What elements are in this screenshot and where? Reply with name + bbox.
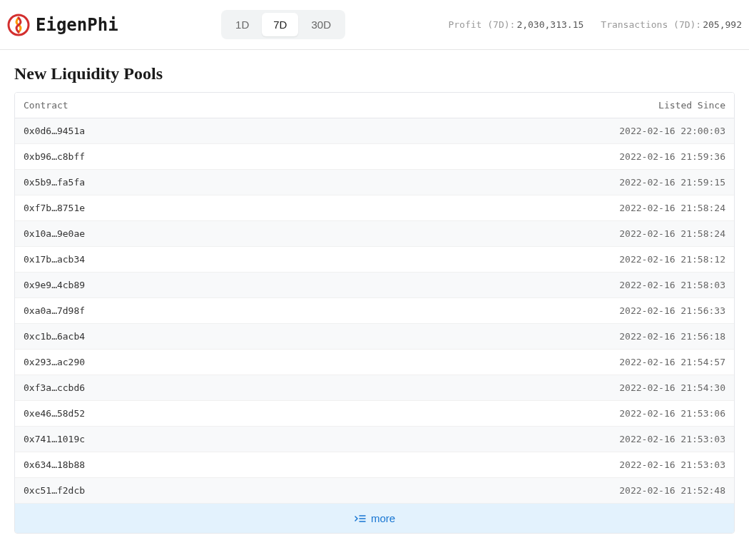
main-content: New Liquidity Pools Contract Listed Sinc…	[0, 50, 749, 548]
listed-since: 2022-02-16 21:53:03	[619, 434, 725, 444]
listed-since: 2022-02-16 21:56:18	[619, 331, 725, 342]
listed-since: 2022-02-16 21:52:48	[619, 485, 725, 496]
profit-value: 2,030,313.15	[516, 19, 584, 30]
more-button[interactable]: more	[15, 504, 734, 533]
table-header: Contract Listed Since	[15, 93, 734, 118]
transactions-label: Transactions (7D):	[601, 19, 701, 30]
table-row[interactable]: 0x9e9…4cb892022-02-16 21:58:03	[15, 273, 734, 298]
table-body: 0x0d6…9451a2022-02-16 22:00:030xb96…c8bf…	[15, 118, 734, 504]
listed-since: 2022-02-16 21:53:06	[619, 408, 725, 419]
column-contract: Contract	[24, 100, 68, 111]
time-range-tabs: 1D 7D 30D	[221, 10, 345, 39]
contract-address: 0x10a…9e0ae	[24, 228, 85, 239]
section-title: New Liquidity Pools	[14, 64, 735, 83]
transactions-stat: Transactions (7D): 205,992	[601, 19, 742, 30]
header: EigenPhi 1D 7D 30D Profit (7D): 2,030,31…	[0, 0, 749, 50]
contract-address: 0xb96…c8bff	[24, 151, 85, 162]
contract-address: 0xf3a…ccbd6	[24, 382, 85, 393]
listed-since: 2022-02-16 21:56:33	[619, 305, 725, 316]
contract-address: 0x0d6…9451a	[24, 126, 85, 136]
tab-1d[interactable]: 1D	[224, 13, 260, 36]
contract-address: 0x741…1019c	[24, 434, 85, 444]
table-row[interactable]: 0xa0a…7d98f2022-02-16 21:56:33	[15, 298, 734, 324]
more-label: more	[371, 512, 395, 524]
listed-since: 2022-02-16 21:58:24	[619, 203, 725, 213]
listed-since: 2022-02-16 21:53:03	[619, 459, 725, 470]
contract-address: 0xe46…58d52	[24, 408, 85, 419]
table-row[interactable]: 0xb96…c8bff2022-02-16 21:59:36	[15, 144, 734, 170]
listed-since: 2022-02-16 22:00:03	[619, 126, 725, 136]
contract-address: 0x9e9…4cb89	[24, 280, 85, 290]
listed-since: 2022-02-16 21:58:24	[619, 228, 725, 239]
table-row[interactable]: 0x0d6…9451a2022-02-16 22:00:03	[15, 118, 734, 144]
table-row[interactable]: 0xf7b…8751e2022-02-16 21:58:24	[15, 195, 734, 221]
listed-since: 2022-02-16 21:58:12	[619, 254, 725, 265]
contract-address: 0xc1b…6acb4	[24, 331, 85, 342]
listed-since: 2022-02-16 21:54:30	[619, 382, 725, 393]
listed-since: 2022-02-16 21:59:36	[619, 151, 725, 162]
expand-list-icon	[354, 514, 367, 524]
listed-since: 2022-02-16 21:58:03	[619, 280, 725, 290]
profit-stat: Profit (7D): 2,030,313.15	[448, 19, 584, 30]
table-row[interactable]: 0x17b…acb342022-02-16 21:58:12	[15, 247, 734, 273]
stats-section: Profit (7D): 2,030,313.15 Transactions (…	[448, 19, 742, 30]
contract-address: 0x5b9…fa5fa	[24, 177, 85, 188]
listed-since: 2022-02-16 21:54:57	[619, 357, 725, 367]
pools-table: Contract Listed Since 0x0d6…9451a2022-02…	[14, 92, 735, 534]
contract-address: 0xa0a…7d98f	[24, 305, 85, 316]
transactions-value: 205,992	[703, 19, 742, 30]
contract-address: 0x634…18b88	[24, 459, 85, 470]
table-row[interactable]: 0x10a…9e0ae2022-02-16 21:58:24	[15, 221, 734, 247]
table-row[interactable]: 0xc51…f2dcb2022-02-16 21:52:48	[15, 478, 734, 504]
logo-text: EigenPhi	[36, 15, 118, 35]
table-row[interactable]: 0xc1b…6acb42022-02-16 21:56:18	[15, 324, 734, 350]
table-row[interactable]: 0x5b9…fa5fa2022-02-16 21:59:15	[15, 170, 734, 195]
tab-7d[interactable]: 7D	[262, 13, 298, 36]
contract-address: 0x17b…acb34	[24, 254, 85, 265]
contract-address: 0xc51…f2dcb	[24, 485, 85, 496]
logo-section[interactable]: EigenPhi	[7, 14, 118, 36]
table-row[interactable]: 0x741…1019c2022-02-16 21:53:03	[15, 427, 734, 452]
contract-address: 0x293…ac290	[24, 357, 85, 367]
column-listed-since: Listed Since	[658, 100, 725, 111]
logo-icon	[7, 14, 30, 36]
tab-30d[interactable]: 30D	[300, 13, 342, 36]
profit-label: Profit (7D):	[448, 19, 515, 30]
table-row[interactable]: 0xf3a…ccbd62022-02-16 21:54:30	[15, 375, 734, 401]
table-row[interactable]: 0x293…ac2902022-02-16 21:54:57	[15, 350, 734, 375]
listed-since: 2022-02-16 21:59:15	[619, 177, 725, 188]
contract-address: 0xf7b…8751e	[24, 203, 85, 213]
table-row[interactable]: 0x634…18b882022-02-16 21:53:03	[15, 452, 734, 478]
table-row[interactable]: 0xe46…58d522022-02-16 21:53:06	[15, 401, 734, 427]
